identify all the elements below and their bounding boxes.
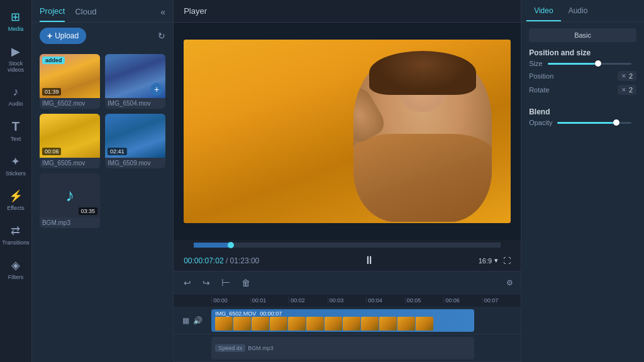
- time-separator: /: [226, 256, 230, 265]
- position-value: 2: [629, 72, 633, 80]
- sidebar-item-label: Effects: [7, 205, 24, 211]
- timeline-section: ↩ ↪ ⊢ 🗑 ⚙ 00:00 00:01 00:02 00:03 00:04 …: [174, 271, 521, 362]
- audio-item-bgm[interactable]: ♪ 03:35 BGM.mp3: [40, 173, 100, 228]
- sidebar-item-audio[interactable]: ♪ Audio: [2, 80, 30, 112]
- player-title: Player: [184, 6, 207, 16]
- position-value-box[interactable]: ✕ 2: [618, 71, 636, 81]
- right-panel-tabs: Video Audio: [521, 0, 644, 22]
- split-button[interactable]: ⊢: [219, 275, 233, 290]
- sidebar-item-media[interactable]: ⊞ Media: [2, 5, 30, 37]
- effects-icon: ⚡: [9, 189, 23, 203]
- media-thumb-1: added 01:39: [40, 54, 100, 98]
- delete-button[interactable]: 🗑: [239, 277, 253, 289]
- sidebar: ⊞ Media ▶ Stock videos ♪ Audio T Text ✦ …: [0, 0, 32, 362]
- video-clip[interactable]: IMG_6502.MOV 00:00:07: [211, 309, 474, 332]
- track-audio-icon[interactable]: 🔊: [193, 316, 203, 325]
- sidebar-item-text[interactable]: T Text: [2, 114, 30, 147]
- media-name-1: IMG_6502.mov: [40, 98, 100, 109]
- sidebar-item-label: Text: [11, 136, 21, 142]
- undo-button[interactable]: ↩: [181, 277, 194, 289]
- aspect-ratio-select[interactable]: 16:9 ▾: [479, 256, 498, 265]
- clip-thumb: [379, 317, 397, 331]
- blend-title: Blend: [529, 107, 636, 116]
- clip-thumb: [397, 317, 415, 331]
- audio-clip[interactable]: Speed 4x BGM.mp3: [211, 337, 474, 359]
- redo-button[interactable]: ↪: [200, 277, 213, 289]
- media-item-1[interactable]: added 01:39 IMG_6502.mov: [40, 54, 100, 109]
- tab-audio[interactable]: Audio: [561, 0, 596, 21]
- audio-track-content[interactable]: Speed 4x BGM.mp3: [211, 334, 521, 361]
- media-item-2[interactable]: + IMG_6504.mov: [105, 54, 165, 109]
- media-icon: ⊞: [11, 10, 20, 24]
- play-pause-button[interactable]: ⏸: [364, 254, 375, 267]
- ruler-mark-6: 00:06: [443, 297, 482, 304]
- clip-thumb: [343, 317, 360, 331]
- x-icon-rotate: ✕: [621, 87, 626, 93]
- sidebar-item-stock-videos[interactable]: ▶ Stock videos: [2, 40, 30, 78]
- media-thumb-3: 00:06: [40, 114, 100, 158]
- sidebar-item-label: Stickers: [6, 170, 26, 177]
- clip-thumb: [306, 317, 324, 331]
- plus-icon: +: [47, 31, 52, 41]
- opacity-slider[interactable]: [557, 122, 631, 124]
- time-total: 01:23:00: [230, 256, 260, 265]
- timeline-ruler: 00:00 00:01 00:02 00:03 00:04 00:05 00:0…: [174, 294, 521, 307]
- upload-label: Upload: [55, 31, 79, 40]
- chevron-down-icon: ▾: [494, 256, 498, 265]
- sidebar-item-label: Media: [8, 26, 24, 32]
- upload-button[interactable]: + Upload: [40, 28, 86, 44]
- media-item-4[interactable]: 02:41 IMG_6509.mov: [105, 114, 165, 168]
- sidebar-item-transitions[interactable]: ⇄ Transitions: [2, 219, 30, 251]
- audio-file-icon: ♪: [65, 185, 74, 206]
- ruler-mark-0: 00:00: [211, 297, 250, 304]
- ruler-mark-2: 00:02: [289, 297, 328, 304]
- clip-thumb: [270, 317, 287, 331]
- right-panel: Video Audio Basic Position and size Size…: [521, 0, 644, 362]
- video-hair: [369, 51, 476, 95]
- sidebar-item-stickers[interactable]: ✦ Stickers: [2, 150, 30, 182]
- scrubber-container: [174, 240, 521, 250]
- media-item-3[interactable]: 00:06 IMG_6505.mov: [40, 114, 100, 168]
- project-panel: Project Cloud « + Upload ↻ added 01:39 I…: [32, 0, 174, 362]
- sidebar-item-label: Audio: [8, 101, 23, 107]
- video-track-content[interactable]: IMG_6502.MOV 00:00:07: [211, 307, 521, 334]
- panel-collapse-button[interactable]: «: [160, 7, 165, 22]
- x-icon: ✕: [621, 73, 626, 79]
- position-size-title: Position and size: [529, 48, 636, 57]
- timeline-toolbar: ↩ ↪ ⊢ 🗑 ⚙: [174, 272, 521, 294]
- speed-badge: Speed 4x: [215, 344, 245, 352]
- blend-section: Blend Opacity: [529, 107, 636, 130]
- video-frame: [184, 40, 511, 223]
- track-layout-icon[interactable]: ▦: [182, 316, 189, 325]
- sidebar-item-effects[interactable]: ⚡ Effects: [2, 184, 30, 216]
- video-track-controls: ▦ 🔊: [174, 316, 211, 325]
- media-add-button-2[interactable]: +: [150, 83, 163, 96]
- player-video-container: [174, 23, 521, 240]
- sidebar-item-label: Filters: [8, 274, 24, 280]
- audio-thumb: ♪ 03:35: [40, 173, 100, 217]
- rotate-value: 2: [629, 86, 633, 94]
- rotate-value-box[interactable]: ✕ 2: [618, 85, 636, 95]
- size-slider[interactable]: [548, 63, 631, 65]
- refresh-button[interactable]: ↻: [158, 31, 165, 41]
- audio-icon: ♪: [13, 85, 18, 99]
- app-container: ⊞ Media ▶ Stock videos ♪ Audio T Text ✦ …: [0, 0, 644, 362]
- position-size-section: Position and size Size Position ✕ 2: [529, 48, 636, 99]
- scrubber-bar[interactable]: [194, 243, 501, 248]
- position-row: Position ✕ 2: [529, 71, 636, 81]
- ruler-mark-1: 00:01: [250, 297, 289, 304]
- tab-cloud[interactable]: Cloud: [75, 7, 96, 21]
- timeline-settings-button[interactable]: ⚙: [506, 278, 513, 287]
- sidebar-item-filters[interactable]: ◈ Filters: [2, 253, 30, 285]
- tab-video[interactable]: Video: [526, 0, 560, 21]
- project-tabs: Project Cloud «: [32, 0, 173, 23]
- stock-videos-icon: ▶: [11, 45, 20, 58]
- tab-project[interactable]: Project: [40, 6, 65, 22]
- ruler-mark-3: 00:03: [328, 297, 367, 304]
- opacity-row: Opacity: [529, 119, 636, 126]
- fullscreen-button[interactable]: ⛶: [503, 256, 511, 265]
- size-slider-thumb: [595, 60, 601, 67]
- media-name-4: IMG_6509.mov: [105, 158, 165, 168]
- audio-name: BGM.mp3: [40, 217, 100, 228]
- basic-button[interactable]: Basic: [529, 28, 636, 42]
